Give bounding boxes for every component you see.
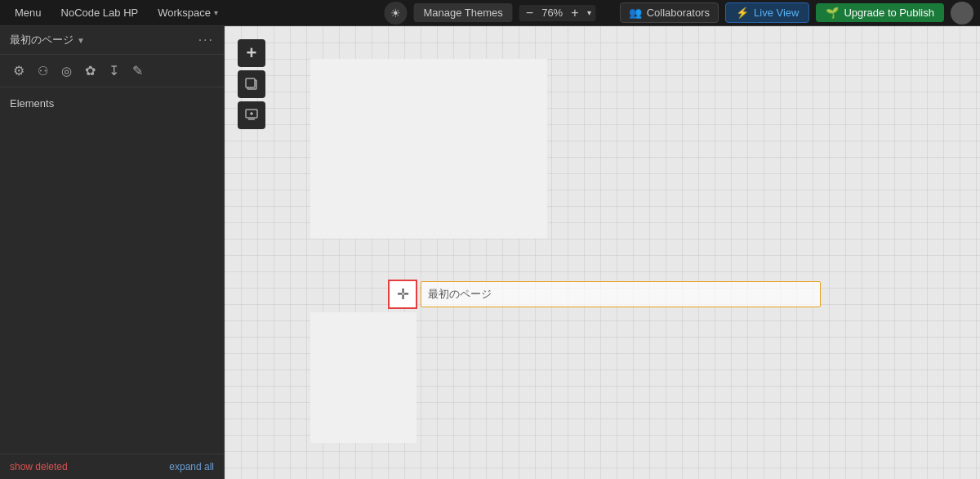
collaborators-label: Collaborators <box>647 7 710 19</box>
sidebar-footer: show deleted expand all <box>0 454 224 479</box>
people-toolbar-icon[interactable]: ⚇ <box>36 62 50 80</box>
move-icon: ✛ <box>397 285 409 303</box>
upgrade-to-publish-button[interactable]: 🌱 Upgrade to Publish <box>816 3 944 22</box>
manage-themes-button[interactable]: Manage Themes <box>413 3 512 22</box>
pen-toolbar-icon[interactable] <box>131 61 145 80</box>
topbar-right: 👥 Collaborators ⚡ Live View 🌱 Upgrade to… <box>620 2 973 25</box>
more-options-button[interactable]: ··· <box>198 33 214 47</box>
sidebar: 最初のページ ▼ ··· ⚇ ◎ ↧ Elements show deleted… <box>0 26 225 479</box>
elements-section: Elements <box>0 87 224 119</box>
main-layout: 最初のページ ▼ ··· ⚇ ◎ ↧ Elements show deleted… <box>0 26 980 479</box>
gear-toolbar-icon[interactable] <box>11 61 26 80</box>
canvas-toolbar: + <box>238 39 265 129</box>
zoom-dropdown-button[interactable]: ▾ <box>586 8 593 17</box>
duplicate-button[interactable] <box>238 70 265 98</box>
topbar: Menu NoCode Lab HP Workspace ▾ ☀ Manage … <box>0 0 980 26</box>
flower-toolbar-icon[interactable] <box>83 61 97 80</box>
zoom-out-button[interactable]: − <box>523 7 537 20</box>
canvas-block-bottom-left <box>310 312 416 443</box>
sun-icon: ☀ <box>390 7 401 20</box>
workspace-dropdown[interactable]: Workspace ▾ <box>149 3 226 22</box>
workspace-label: Workspace <box>158 7 211 19</box>
canvas-area[interactable]: + ✛ <box>225 26 980 479</box>
page-title-area: ✛ <box>388 280 821 309</box>
expand-all-button[interactable]: expand all <box>169 461 214 472</box>
page-dropdown-icon: ▼ <box>77 36 85 45</box>
page-name-label: 最初のページ <box>10 33 74 47</box>
live-view-button[interactable]: ⚡ Live View <box>725 2 809 23</box>
theme-toggle-button[interactable]: ☀ <box>384 2 407 25</box>
elements-label: Elements <box>10 97 54 110</box>
toolbar-row: ⚇ ◎ ↧ <box>0 55 224 87</box>
collaborators-icon: 👥 <box>629 7 642 19</box>
zoom-value: 76% <box>540 7 564 19</box>
down-arrow-toolbar-icon[interactable]: ↧ <box>107 61 121 80</box>
zoom-controls: − 76% + ▾ <box>519 5 596 21</box>
zoom-in-button[interactable]: + <box>568 7 581 20</box>
page-title-input-container <box>421 281 821 307</box>
show-deleted-button[interactable]: show deleted <box>10 461 68 472</box>
page-title-input[interactable] <box>421 281 821 307</box>
user-avatar[interactable] <box>951 2 973 25</box>
add-element-button[interactable]: + <box>238 39 265 67</box>
bolt-icon: ⚡ <box>736 7 749 19</box>
move-handle[interactable]: ✛ <box>388 280 417 309</box>
topbar-center: ☀ Manage Themes − 76% + ▾ <box>384 2 595 25</box>
tree-icon: 🌱 <box>826 7 839 19</box>
publish-label: Upgrade to Publish <box>844 7 934 19</box>
svg-rect-1 <box>246 78 255 87</box>
sidebar-header: 最初のページ ▼ ··· <box>0 26 224 55</box>
canvas-block-top <box>310 59 547 239</box>
live-view-label: Live View <box>754 7 799 19</box>
menu-button[interactable]: Menu <box>7 3 50 22</box>
audio-toolbar-icon[interactable]: ◎ <box>60 62 74 80</box>
page-name-dropdown[interactable]: 最初のページ ▼ <box>10 33 85 47</box>
add-section-button[interactable] <box>238 101 265 129</box>
site-name[interactable]: NoCode Lab HP <box>53 3 147 22</box>
collaborators-button[interactable]: 👥 Collaborators <box>620 2 719 23</box>
workspace-chevron-icon: ▾ <box>214 8 218 17</box>
